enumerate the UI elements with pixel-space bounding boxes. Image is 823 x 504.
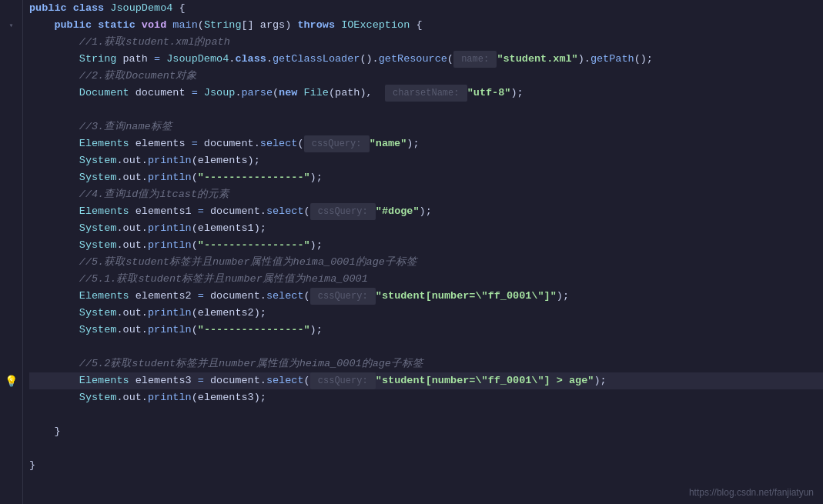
code-line-24: System.out.println(elements3); [29, 389, 823, 406]
gutter-line-7 [0, 102, 22, 118]
code-line-7 [29, 102, 823, 118]
gutter-line-27 [0, 440, 22, 457]
code-line-8: //3.查询name标签 [29, 118, 823, 135]
gutter-line-23: 💡 [0, 372, 22, 389]
gutter-line-22 [0, 355, 22, 372]
gutter-line-10 [0, 152, 22, 169]
code-line-20: System.out.println("----------------"); [29, 322, 823, 339]
gutter-line-9 [0, 135, 22, 152]
gutter: ▾ 💡 [0, 0, 23, 504]
code-line-1: public class JsoupDemo4 { [29, 0, 823, 17]
gutter-line-1 [0, 0, 22, 17]
gutter-line-6 [0, 85, 22, 102]
code-line-16: //5.获取student标签并且number属性值为heima_0001的ag… [29, 254, 823, 271]
code-line-9: Elements elements = document.select( css… [29, 135, 823, 152]
code-line-17: //5.1.获取student标签并且number属性值为heima_0001 [29, 271, 823, 288]
code-line-27 [29, 440, 823, 457]
code-line-15: System.out.println("----------------"); [29, 237, 823, 254]
lightbulb-icon: 💡 [5, 375, 18, 388]
gutter-line-25 [0, 406, 22, 423]
code-line-28: } [29, 457, 823, 474]
gutter-line-19 [0, 305, 22, 322]
code-line-11: System.out.println("----------------"); [29, 169, 823, 186]
code-line-2: public static void main(String[] args) t… [29, 17, 823, 34]
gutter-line-28 [0, 457, 22, 474]
gutter-line-16 [0, 254, 22, 271]
code-line-3: //1.获取student.xml的path [29, 34, 823, 51]
code-lines: public class JsoupDemo4 { public static … [23, 0, 823, 504]
gutter-line-11 [0, 169, 22, 186]
gutter-line-12 [0, 186, 22, 203]
code-line-4: String path = JsoupDemo4.class.getClassL… [29, 51, 823, 68]
code-line-12: //4.查询id值为itcast的元素 [29, 186, 823, 203]
gutter-line-18 [0, 288, 22, 305]
code-line-13: Elements elements1 = document.select( cs… [29, 203, 823, 220]
code-line-10: System.out.println(elements); [29, 152, 823, 169]
code-area: ▾ 💡 [0, 0, 823, 504]
gutter-line-5 [0, 68, 22, 85]
code-line-23: Elements elements3 = document.select( cs… [29, 372, 823, 389]
gutter-line-2[interactable]: ▾ [0, 17, 22, 34]
gutter-line-13 [0, 203, 22, 220]
code-line-5: //2.获取Document对象 [29, 68, 823, 85]
code-line-21 [29, 339, 823, 355]
gutter-line-21 [0, 339, 22, 355]
code-line-25 [29, 406, 823, 423]
code-line-6: Document document = Jsoup.parse(new File… [29, 85, 823, 102]
gutter-line-14 [0, 220, 22, 237]
gutter-line-8 [0, 118, 22, 135]
code-line-14: System.out.println(elements1); [29, 220, 823, 237]
code-editor: ▾ 💡 [0, 0, 823, 504]
watermark: https://blog.csdn.net/fanjiatyun [689, 487, 814, 498]
gutter-line-17 [0, 271, 22, 288]
code-line-26: } [29, 423, 823, 440]
gutter-line-15 [0, 237, 22, 254]
code-line-22: //5.2获取student标签并且number属性值为heima_0001的a… [29, 355, 823, 372]
code-line-19: System.out.println(elements2); [29, 305, 823, 322]
code-line-18: Elements elements2 = document.select( cs… [29, 288, 823, 305]
gutter-line-20 [0, 322, 22, 339]
gutter-line-24 [0, 389, 22, 406]
gutter-line-3 [0, 34, 22, 51]
gutter-line-4 [0, 51, 22, 68]
gutter-line-26 [0, 423, 22, 440]
